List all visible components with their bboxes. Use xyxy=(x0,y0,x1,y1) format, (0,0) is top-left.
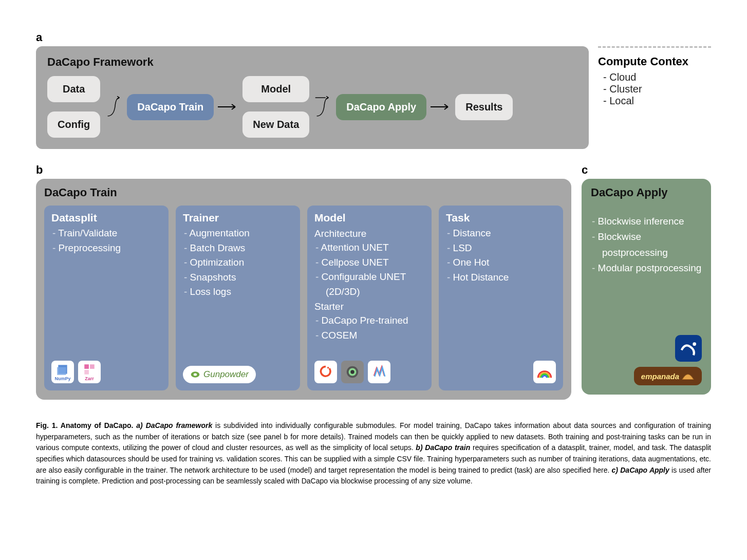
list-item: Attention UNET xyxy=(326,240,424,255)
panel-b: b DaCapo Train Datasplit Train/Validate … xyxy=(36,163,571,400)
list-item: Modular postprocessing xyxy=(602,260,702,276)
arrow-apply-to-results xyxy=(429,101,452,113)
card-trainer: Trainer Augmentation Batch Draws Optimiz… xyxy=(176,206,300,390)
zarr-icon: Zarr xyxy=(78,361,101,383)
panel-a-label: a xyxy=(36,31,711,44)
chip-dacapo-apply: DaCapo Apply xyxy=(336,94,426,120)
list-item: DaCapo Pre-trained xyxy=(326,313,424,328)
train-box: DaCapo Train Datasplit Train/Validate Pr… xyxy=(36,179,571,400)
list-item: Augmentation xyxy=(194,226,293,241)
list-item: COSEM xyxy=(326,328,424,343)
svg-rect-5 xyxy=(84,364,89,369)
card-title: Model xyxy=(314,212,424,224)
panel-c: c DaCapo Apply Blockwise inference Block… xyxy=(582,163,711,395)
caption-a-label: a) DaCapo framework xyxy=(136,421,212,430)
arrow-data-to-train xyxy=(103,94,124,120)
panel-b-label: b xyxy=(36,163,571,177)
panel-c-label: c xyxy=(582,163,711,177)
pytorch-icon xyxy=(314,361,337,383)
list-item: Cellpose UNET xyxy=(326,255,424,270)
apply-box: DaCapo Apply Blockwise inference Blockwi… xyxy=(582,179,711,395)
empanada-icon: empanada xyxy=(634,367,702,385)
chip-results: Results xyxy=(455,94,513,120)
panel-a: a DaCapo Framework Data Config DaCapo Tr… xyxy=(36,31,711,149)
compute-title: Compute Contex xyxy=(598,55,711,68)
card-subtitle: Starter xyxy=(314,301,424,312)
caption-b-label: b) DaCapo train xyxy=(416,443,470,452)
card-task: Task Distance LSD One Hot Hot Distance xyxy=(439,206,563,390)
caption-figlabel: Fig. 1. Anatomy of DaCapo. xyxy=(36,421,133,430)
arrow-train-to-model xyxy=(217,101,239,113)
cellpose-icon xyxy=(341,361,364,383)
list-item: Optimization xyxy=(194,255,293,270)
flow-row: Data Config DaCapo Train Model New Data … xyxy=(47,76,577,138)
numpy-icon: NumPy xyxy=(51,361,74,383)
svg-rect-4 xyxy=(57,367,66,375)
chip-model: Model xyxy=(242,76,309,102)
svg-point-9 xyxy=(194,374,197,376)
arrow-model-to-apply xyxy=(312,94,333,120)
list-item: Snapshots xyxy=(194,270,293,285)
list-item: Train/Validate xyxy=(63,226,161,241)
list-item: Hot Distance xyxy=(457,270,556,285)
neuroglancer-icon xyxy=(368,361,390,383)
list-item: Blockwise inference xyxy=(602,214,702,229)
card-title: Datasplit xyxy=(51,212,161,224)
compute-list: Cloud Cluster Local xyxy=(598,71,711,107)
scipy-icon xyxy=(675,335,702,362)
card-subtitle: Architecture xyxy=(314,228,424,239)
svg-rect-6 xyxy=(90,364,95,369)
figure-caption: Fig. 1. Anatomy of DaCapo. a) DaCapo fra… xyxy=(36,420,711,487)
rainbow-icon xyxy=(533,361,556,383)
compute-item: Local xyxy=(612,95,711,107)
chip-dacapo-train: DaCapo Train xyxy=(127,94,214,120)
list-item: Configurable UNET (2D/3D) xyxy=(326,270,424,299)
card-datasplit: Datasplit Train/Validate Preprocessing N… xyxy=(44,206,169,390)
card-model: Model Architecture Attention UNET Cellpo… xyxy=(307,206,432,390)
chip-newdata: New Data xyxy=(242,111,309,138)
svg-point-14 xyxy=(693,342,696,346)
apply-title: DaCapo Apply xyxy=(591,186,702,199)
train-title: DaCapo Train xyxy=(44,186,563,199)
compute-item: Cloud xyxy=(612,71,711,83)
compute-context: Compute Contex Cloud Cluster Local xyxy=(598,46,711,107)
svg-point-13 xyxy=(350,370,354,374)
framework-title: DaCapo Framework xyxy=(47,55,577,69)
card-title: Task xyxy=(446,212,556,224)
chip-data: Data xyxy=(47,76,100,102)
list-item: One Hot xyxy=(457,255,556,270)
list-item: Loss logs xyxy=(194,285,293,300)
list-item: LSD xyxy=(457,241,556,256)
svg-point-10 xyxy=(327,367,329,369)
list-item: Preprocessing xyxy=(63,241,161,256)
chip-config: Config xyxy=(47,111,100,138)
caption-c-label: c) DaCapo Apply xyxy=(612,466,669,474)
compute-item: Cluster xyxy=(612,83,711,95)
list-item: Blockwise postprocessing xyxy=(602,229,702,260)
gunpowder-icon: Gunpowder xyxy=(183,366,256,383)
svg-rect-7 xyxy=(84,370,89,375)
list-item: Distance xyxy=(457,226,556,241)
framework-box: DaCapo Framework Data Config DaCapo Trai… xyxy=(36,46,589,149)
list-item: Batch Draws xyxy=(194,241,293,256)
card-title: Trainer xyxy=(183,212,293,224)
